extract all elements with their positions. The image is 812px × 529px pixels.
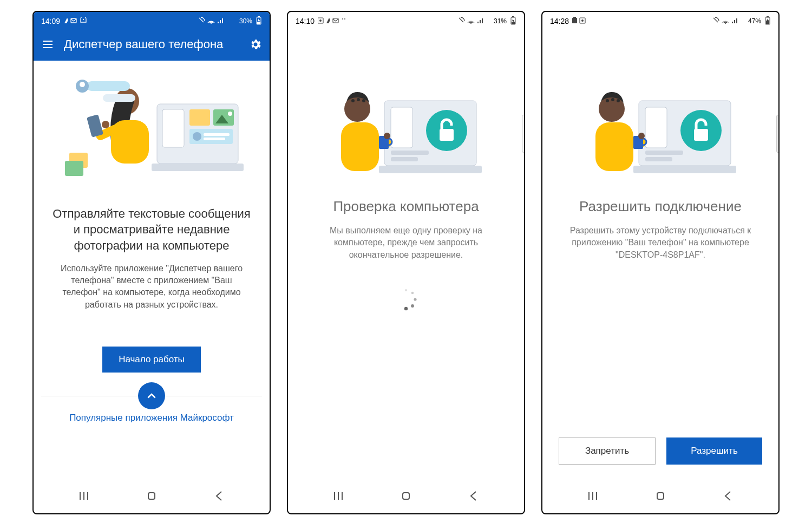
svg-point-24 — [102, 121, 109, 128]
nav-back-icon[interactable] — [467, 489, 480, 505]
android-nav-bar — [542, 481, 778, 513]
nav-back-icon[interactable] — [722, 489, 735, 505]
nav-home-icon[interactable] — [145, 489, 158, 505]
svg-point-86 — [617, 99, 620, 102]
svg-rect-28 — [103, 94, 135, 102]
body-text: Используйте приложение "Диспетчер вашего… — [34, 259, 270, 315]
svg-rect-67 — [403, 493, 409, 499]
battery-icon — [256, 16, 262, 27]
nav-recent-icon[interactable] — [586, 489, 599, 505]
illustration — [288, 30, 524, 187]
headline: Разрешить подключение — [542, 187, 778, 221]
svg-point-84 — [606, 99, 609, 102]
nav-recent-icon[interactable] — [77, 489, 90, 505]
headline: Проверка компьютера — [288, 187, 524, 221]
nav-back-icon[interactable] — [213, 489, 226, 505]
android-nav-bar — [34, 481, 270, 513]
svg-rect-17 — [204, 133, 230, 136]
svg-rect-23 — [87, 114, 103, 137]
status-icons-left — [318, 17, 350, 26]
svg-rect-42 — [512, 16, 514, 17]
svg-point-63 — [404, 307, 408, 310]
svg-rect-0 — [71, 18, 76, 23]
status-bar: 14:09 30% — [34, 12, 270, 30]
svg-rect-79 — [645, 157, 672, 161]
nav-home-icon[interactable] — [654, 489, 667, 505]
battery-percent: 47% — [748, 17, 761, 25]
svg-point-72 — [725, 23, 726, 24]
svg-point-40 — [470, 23, 472, 24]
android-nav-bar — [288, 481, 524, 513]
svg-point-38 — [342, 18, 343, 19]
svg-rect-48 — [379, 166, 482, 173]
svg-rect-4 — [258, 16, 260, 17]
svg-rect-11 — [189, 109, 210, 126]
allow-button[interactable]: Разрешить — [666, 437, 762, 465]
svg-rect-50 — [440, 129, 454, 141]
svg-rect-69 — [573, 17, 576, 18]
nav-home-icon[interactable] — [400, 489, 412, 505]
battery-percent: 31% — [494, 17, 507, 25]
svg-point-39 — [344, 18, 345, 19]
svg-rect-45 — [391, 107, 412, 148]
svg-rect-78 — [645, 151, 683, 155]
svg-point-62 — [411, 304, 414, 308]
svg-point-53 — [357, 98, 360, 101]
settings-icon[interactable] — [249, 38, 262, 51]
svg-point-52 — [351, 99, 355, 102]
phone-screen-1: 14:09 30% Диспетчер вашего телефона — [32, 11, 271, 514]
svg-rect-80 — [633, 166, 736, 173]
svg-rect-30 — [65, 161, 83, 176]
svg-rect-77 — [645, 107, 667, 148]
status-icons-left — [63, 17, 94, 26]
status-time: 14:28 — [550, 17, 569, 25]
svg-point-59 — [405, 289, 407, 291]
hero-illustration — [34, 61, 270, 196]
svg-point-14 — [228, 112, 232, 116]
battery-percent: 30% — [239, 17, 252, 25]
svg-rect-25 — [87, 81, 130, 91]
app-title: Диспетчер вашего телефона — [64, 37, 239, 52]
body-text: Мы выполняем еще одну проверку на компью… — [288, 221, 524, 264]
svg-point-90 — [638, 133, 645, 139]
deny-button[interactable]: Запретить — [559, 437, 656, 465]
svg-rect-18 — [204, 138, 225, 140]
loading-spinner — [288, 286, 524, 313]
expand-up-button[interactable] — [138, 382, 165, 409]
battery-icon — [764, 16, 771, 27]
start-button[interactable]: Начало работы — [102, 347, 201, 373]
status-icons-right — [198, 17, 236, 26]
side-notch — [776, 115, 780, 153]
status-icons-right — [458, 17, 490, 26]
status-time: 14:09 — [41, 17, 60, 25]
svg-rect-94 — [657, 493, 664, 499]
svg-point-71 — [581, 19, 584, 22]
status-icons-right — [712, 17, 745, 26]
svg-point-54 — [362, 99, 365, 102]
phone-screen-2: 14:10 31% — [287, 11, 525, 514]
svg-point-27 — [80, 82, 85, 87]
status-time: 14:10 — [296, 17, 315, 25]
side-notch — [522, 115, 525, 153]
battery-icon — [510, 16, 516, 27]
svg-rect-68 — [572, 18, 577, 23]
illustration — [542, 30, 778, 187]
svg-rect-74 — [767, 16, 769, 17]
status-icons-left — [572, 17, 594, 26]
svg-rect-19 — [152, 164, 244, 171]
menu-icon[interactable] — [41, 38, 54, 51]
svg-point-36 — [319, 19, 322, 22]
svg-rect-46 — [391, 151, 429, 155]
svg-point-1 — [83, 18, 84, 19]
status-bar: 14:28 47% — [542, 12, 778, 30]
nav-recent-icon[interactable] — [332, 489, 345, 505]
svg-point-60 — [411, 292, 414, 295]
app-header: Диспетчер вашего телефона — [34, 30, 270, 61]
svg-point-61 — [414, 298, 416, 301]
svg-point-85 — [611, 98, 614, 101]
svg-rect-34 — [148, 493, 155, 499]
headline: Отправляйте текстовые сообщения и просма… — [34, 196, 270, 259]
svg-rect-10 — [162, 109, 184, 147]
svg-point-58 — [384, 133, 390, 139]
phone-screen-3: 14:28 47% — [541, 11, 780, 514]
